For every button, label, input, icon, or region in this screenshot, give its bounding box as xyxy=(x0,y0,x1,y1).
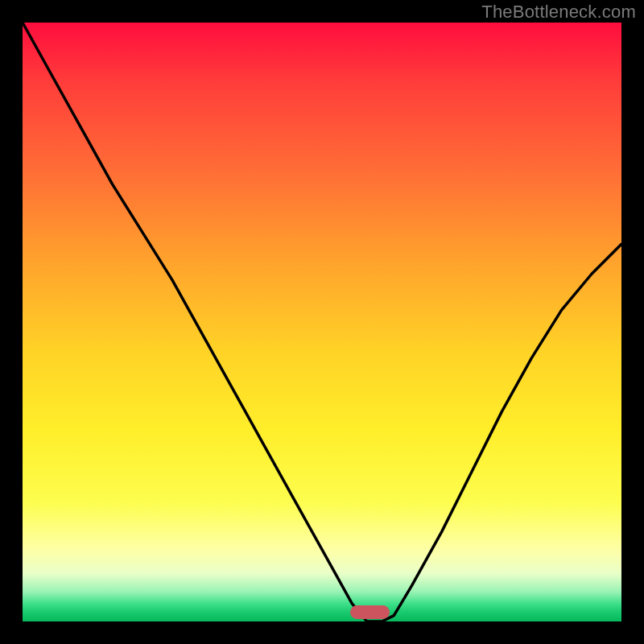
bottleneck-curve xyxy=(23,23,621,621)
curve-path xyxy=(23,23,621,621)
optimal-marker xyxy=(350,605,390,619)
chart-frame: TheBottleneck.com xyxy=(0,0,644,644)
plot-area xyxy=(23,23,621,621)
watermark-text: TheBottleneck.com xyxy=(481,2,636,23)
